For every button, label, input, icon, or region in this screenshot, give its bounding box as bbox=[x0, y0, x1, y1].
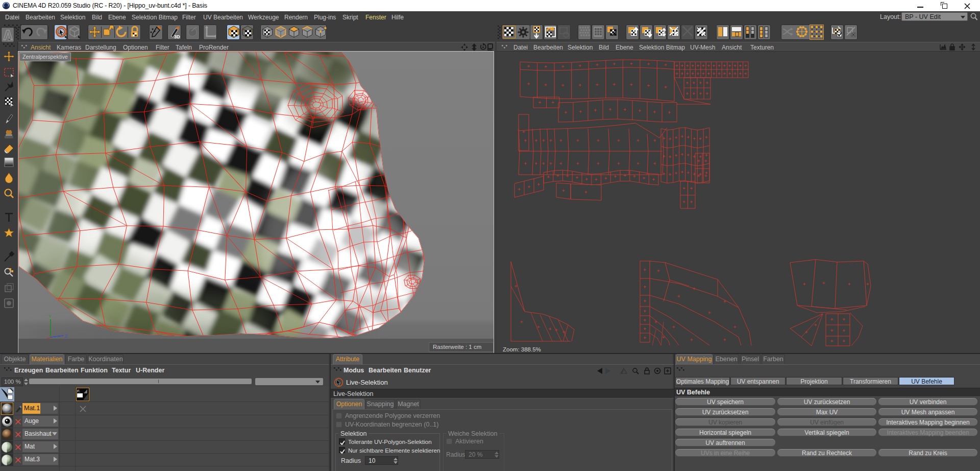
svg-text:F.: F. bbox=[77, 389, 80, 393]
svg-text:Y: Y bbox=[48, 314, 52, 319]
svg-text:Z: Z bbox=[65, 334, 68, 339]
